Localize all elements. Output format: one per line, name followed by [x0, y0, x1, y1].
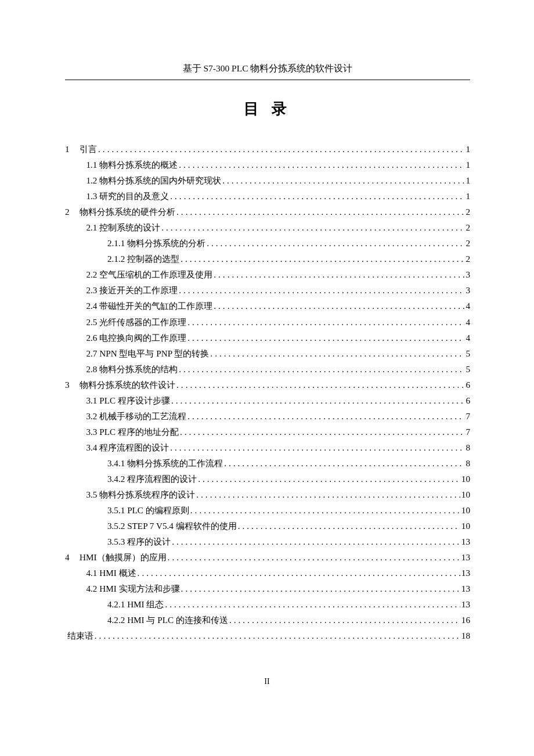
toc-entry: 4.2HMI 实现方法和步骤13	[86, 581, 470, 596]
toc-entry-number: 4.1	[86, 565, 97, 581]
toc-entry-number: 2	[65, 204, 77, 219]
toc-title: 目 录	[65, 99, 470, 119]
toc-entry-page: 4	[466, 330, 470, 345]
toc-entry: 2.1.2控制器的选型2	[107, 251, 470, 267]
toc-entry-page: 8	[466, 440, 470, 455]
toc-entry-text: 接近开关的工作原理	[99, 282, 178, 298]
toc-entry-page: 16	[461, 612, 470, 628]
toc-entry-number: 3.4.2	[107, 471, 125, 487]
toc-entry-text: 电控换向阀的工作原理	[99, 330, 186, 345]
toc-leader-dots	[238, 518, 460, 534]
toc-entry: 3.4程序流程图的设计8	[86, 440, 470, 455]
toc-entry-page: 2	[466, 219, 470, 235]
toc-entry: 2.8物料分拣系统的结构5	[86, 361, 470, 377]
toc-entry-number: 3.4.1	[107, 455, 125, 471]
toc-entry-number: 3.5.2	[107, 518, 125, 534]
toc-entry-text: PLC 程序的地址分配	[99, 424, 179, 440]
toc-entry-page: 10	[461, 518, 470, 534]
toc-entry-text: 物料分拣系统的概述	[99, 157, 178, 172]
toc-entry-text: PLC 程序设计步骤	[99, 393, 170, 408]
toc-entry-page: 2	[466, 204, 470, 219]
toc-entry-page: 1	[466, 141, 470, 157]
toc-entry: 2.6电控换向阀的工作原理4	[86, 330, 470, 345]
toc-entry: 2.1控制系统的设计2	[86, 219, 470, 235]
toc-entry-number: 3.1	[86, 393, 97, 408]
toc-leader-dots	[229, 612, 460, 628]
toc-entry: 2物料分拣系统的硬件分析2	[65, 204, 470, 219]
toc-leader-dots	[181, 251, 464, 267]
toc-entry-text: 物料分拣系统的结构	[99, 361, 178, 377]
toc-entry-number: 3.2	[86, 408, 97, 424]
running-header: 基于 S7-300 PLC 物料分拣系统的软件设计	[65, 63, 470, 80]
toc-entry-page: 8	[466, 455, 470, 471]
toc-entry-page: 6	[466, 393, 470, 408]
toc-entry-text: 控制器的选型	[127, 251, 179, 267]
toc-entry-page: 4	[466, 298, 470, 314]
toc-entry: 3.5物料分拣系统程序的设计10	[86, 487, 470, 502]
toc-entry-page: 1	[466, 172, 470, 188]
toc-entry-number: 2.2	[86, 267, 97, 282]
toc-entry-number: 4.2.2	[107, 612, 125, 628]
toc-leader-dots	[222, 172, 464, 188]
toc-entry-text: 光纤传感器的工作原理	[99, 314, 186, 330]
toc-entry-number: 2.5	[86, 314, 97, 330]
toc-entry-text: HMI 与 PLC 的连接和传送	[127, 612, 228, 628]
toc-entry-page: 13	[461, 565, 470, 581]
toc-entry-number: 2.7	[86, 345, 97, 361]
toc-entry: 2.3接近开关的工作原理3	[86, 282, 470, 298]
toc-leader-dots	[171, 393, 465, 408]
toc-entry: 2.1.1物料分拣系统的分析2	[107, 235, 470, 251]
toc-leader-dots	[190, 502, 460, 518]
toc-leader-dots	[165, 596, 460, 612]
toc-entry: 4.1HMI 概述13	[86, 565, 470, 581]
toc-entry-text: PLC 的编程原则	[127, 502, 189, 518]
toc-entry-number: 1.1	[86, 157, 97, 172]
toc-entry-number: 3.4	[86, 440, 97, 455]
toc-entry-page: 10	[461, 502, 470, 518]
toc-entry-page: 10	[461, 487, 470, 502]
toc-entry: 4.2.2HMI 与 PLC 的连接和传送16	[107, 612, 470, 628]
toc-entry: 3.1PLC 程序设计步骤6	[86, 393, 470, 408]
page-footer: II	[0, 677, 534, 686]
toc-entry-text: 控制系统的设计	[99, 219, 160, 235]
toc-entry-text: 机械手移动的工艺流程	[99, 408, 186, 424]
toc-entry-number: 2.6	[86, 330, 97, 345]
toc-entry-text: 结束语	[67, 628, 93, 643]
toc-leader-dots	[98, 141, 464, 157]
toc-entry-text: 物料分拣系统的国内外研究现状	[99, 172, 221, 188]
toc-entry-text: HMI（触摸屏）的应用	[80, 549, 167, 565]
toc-leader-dots	[170, 440, 464, 455]
toc-entry: 2.5光纤传感器的工作原理4	[86, 314, 470, 330]
toc-entry-text: 物料分拣系统的软件设计	[80, 377, 175, 393]
toc-entry-page: 13	[461, 534, 470, 549]
toc-leader-dots	[196, 487, 460, 502]
toc-entry-page: 13	[461, 581, 470, 596]
toc-leader-dots	[214, 298, 464, 314]
toc-entry-number: 3.5.1	[107, 502, 125, 518]
toc-entry-text: 程序流程图的设计	[127, 471, 197, 487]
toc-entry-text: 物料分拣系统的硬件分析	[80, 204, 175, 219]
toc-entry: 3物料分拣系统的软件设计6	[65, 377, 470, 393]
toc-leader-dots	[138, 565, 460, 581]
toc-entry: 3.3PLC 程序的地址分配7	[86, 424, 470, 440]
toc-leader-dots	[170, 188, 464, 204]
toc-entry: 2.4带磁性开关的气缸的工作原理4	[86, 298, 470, 314]
toc-leader-dots	[179, 282, 464, 298]
toc-entry-text: 物料分拣系统的工作流程	[127, 455, 223, 471]
toc-entry-number: 1.3	[86, 188, 97, 204]
toc-entry-page: 1	[466, 157, 470, 172]
toc-entry: 2.7NPN 型电平与 PNP 型的转换5	[86, 345, 470, 361]
toc-entry: 3.5.1PLC 的编程原则10	[107, 502, 470, 518]
toc-leader-dots	[172, 534, 460, 549]
toc-leader-dots	[207, 235, 464, 251]
toc-entry: 3.4.1物料分拣系统的工作流程8	[107, 455, 470, 471]
toc-entry-number: 3	[65, 377, 77, 393]
toc-entry-page: 3	[466, 267, 470, 282]
toc-leader-dots	[181, 581, 460, 596]
toc-entry-number: 2.3	[86, 282, 97, 298]
toc-entry-text: STEP 7 V5.4 编程软件的使用	[127, 518, 237, 534]
toc-entry-page: 10	[461, 471, 470, 487]
toc-leader-dots	[198, 471, 460, 487]
toc-entry-number: 1	[65, 141, 77, 157]
toc-entry-text: HMI 概述	[99, 565, 136, 581]
